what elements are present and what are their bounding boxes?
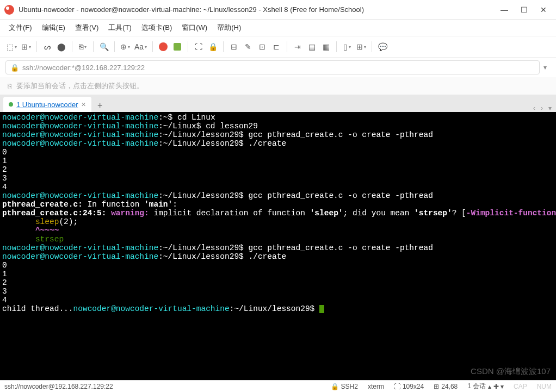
- tool4-icon[interactable]: ⊏: [270, 40, 282, 53]
- open-button[interactable]: ⊞▾: [20, 40, 32, 53]
- close-button[interactable]: ✕: [540, 6, 547, 14]
- address-bar: 🔒 ssh://nowcoder:*@192.168.227.129:22 ▾: [0, 58, 556, 77]
- status-proto: 🔒SSH2: [331, 383, 358, 390]
- red-swirl-icon[interactable]: [157, 40, 169, 53]
- panel-icon[interactable]: ▦: [320, 40, 332, 53]
- tab-close-icon[interactable]: ×: [81, 100, 85, 109]
- hint-text: 要添加当前会话，点击左侧的箭头按钮。: [16, 81, 144, 91]
- minimize-button[interactable]: —: [501, 6, 508, 14]
- status-cap: CAP: [514, 383, 527, 390]
- cursor: [319, 305, 324, 313]
- window-icon[interactable]: ▤: [306, 40, 318, 53]
- tab-next-icon[interactable]: ›: [541, 104, 543, 112]
- status-term: xterm: [368, 383, 384, 390]
- layout2-icon[interactable]: ⊞▾: [355, 40, 367, 53]
- transfer-icon[interactable]: ⇥: [292, 40, 304, 53]
- separator: [287, 41, 287, 52]
- chat-icon[interactable]: 💬: [376, 40, 388, 53]
- layout1-icon[interactable]: ▯▾: [341, 40, 353, 53]
- status-pos: ⊞ 24,68: [434, 383, 458, 390]
- font-button[interactable]: Aa▾: [133, 40, 148, 53]
- globe-button[interactable]: ⊕▾: [119, 40, 131, 53]
- tool1-icon[interactable]: ⊟: [228, 40, 240, 53]
- search-button[interactable]: 🔍: [98, 40, 110, 53]
- address-text: ssh://nowcoder:*@192.168.227.129:22: [22, 64, 145, 72]
- separator: [114, 41, 115, 52]
- separator: [72, 41, 72, 52]
- hint-icon: ⎘: [8, 82, 12, 90]
- menu-window[interactable]: 窗口(W): [182, 23, 207, 33]
- window-title: Ubuntu-nowcoder - nowcoder@nowcoder-virt…: [18, 5, 501, 14]
- tab-session[interactable]: 1 Ubuntu-nowcoder ×: [3, 97, 91, 112]
- maximize-button[interactable]: ☐: [520, 6, 528, 14]
- status-size: ⛶109x24: [394, 383, 424, 390]
- tab-prev-icon[interactable]: ‹: [533, 104, 535, 112]
- toolbar: ⬚▾ ⊞▾ ᔕ ⬤ ⎘▾ 🔍 ⊕▾ Aa▾ ⛶ 🔒 ⊟ ✎ ⊡ ⊏ ⇥ ▤ ▦ …: [0, 36, 556, 58]
- tab-nav: ‹ › ▾: [533, 104, 552, 112]
- separator: [152, 41, 153, 52]
- new-session-button[interactable]: ⬚▾: [5, 40, 18, 53]
- separator: [93, 41, 94, 52]
- terminal[interactable]: nowcoder@nowcoder-virtual-machine:~$ cd …: [0, 112, 556, 380]
- tool2-icon[interactable]: ✎: [242, 40, 254, 53]
- hint-bar: ⎘ 要添加当前会话，点击左侧的箭头按钮。: [0, 77, 556, 95]
- tab-label: 1 Ubuntu-nowcoder: [16, 101, 78, 109]
- app-logo-icon: [4, 5, 14, 15]
- separator: [188, 41, 188, 52]
- separator: [223, 41, 224, 52]
- lock-icon: 🔒: [10, 64, 19, 72]
- window-controls: — ☐ ✕: [501, 6, 547, 14]
- tab-bar: 1 Ubuntu-nowcoder × + ‹ › ▾: [0, 95, 556, 112]
- menu-edit[interactable]: 编辑(E): [42, 23, 65, 33]
- expand-icon[interactable]: ⛶: [193, 40, 205, 53]
- copy-button[interactable]: ⎘▾: [77, 40, 89, 53]
- status-dot-icon: [9, 102, 13, 107]
- status-bar: ssh://nowcoder@192.168.227.129:22 🔒SSH2 …: [0, 380, 556, 392]
- menu-view[interactable]: 查看(V): [75, 23, 98, 33]
- status-connection: ssh://nowcoder@192.168.227.129:22: [4, 383, 113, 390]
- green-dot-icon[interactable]: [171, 40, 183, 53]
- separator: [336, 41, 337, 52]
- menu-file[interactable]: 文件(F): [9, 23, 32, 33]
- link-button[interactable]: ⬤: [55, 40, 67, 53]
- menubar: 文件(F) 编辑(E) 查看(V) 工具(T) 选项卡(B) 窗口(W) 帮助(…: [0, 20, 556, 36]
- separator: [36, 41, 37, 52]
- connect-button[interactable]: ᔕ: [41, 40, 53, 53]
- tool3-icon[interactable]: ⊡: [256, 40, 268, 53]
- titlebar: Ubuntu-nowcoder - nowcoder@nowcoder-virt…: [0, 0, 556, 20]
- menu-help[interactable]: 帮助(H): [217, 23, 241, 33]
- status-sessions: 1 会话 ▴ ✚ ▾: [467, 382, 504, 391]
- menu-tabs[interactable]: 选项卡(B): [141, 23, 172, 33]
- separator: [372, 41, 372, 52]
- address-dropdown[interactable]: ▾: [540, 64, 551, 71]
- menu-tools[interactable]: 工具(T): [108, 23, 132, 33]
- tab-menu-icon[interactable]: ▾: [548, 104, 552, 112]
- status-num: NUM: [537, 383, 552, 390]
- lock-icon[interactable]: 🔒: [207, 40, 219, 53]
- add-tab-button[interactable]: +: [94, 99, 107, 112]
- address-input[interactable]: 🔒 ssh://nowcoder:*@192.168.227.129:22: [5, 60, 540, 74]
